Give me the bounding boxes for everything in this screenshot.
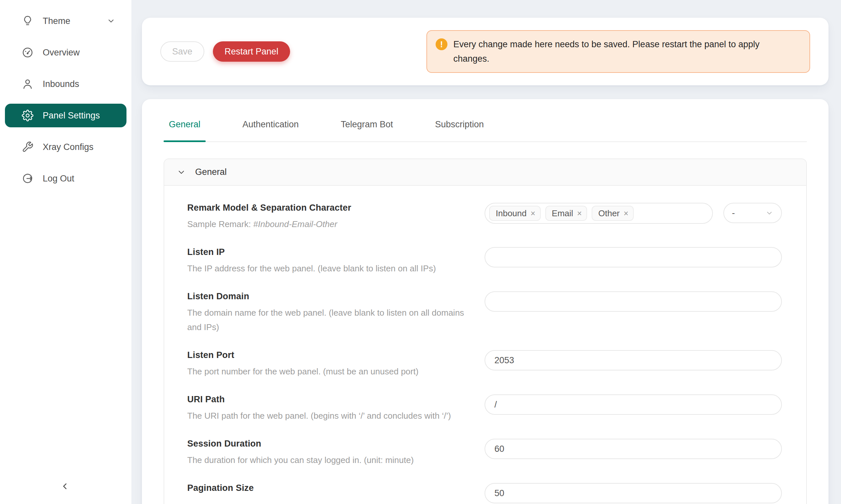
- tab-telegram-bot[interactable]: Telegram Bot: [336, 118, 398, 141]
- form-row-session-duration: Session Duration The duration for which …: [187, 439, 782, 467]
- sidebar-item-label: Panel Settings: [43, 111, 100, 121]
- field-label: URI Path: [187, 394, 468, 404]
- sidebar-item-overview[interactable]: Overview: [5, 41, 126, 64]
- tab-authentication[interactable]: Authentication: [237, 118, 304, 141]
- sidebar-item-label: Inbounds: [43, 79, 79, 89]
- field-label: Listen Domain: [187, 291, 468, 302]
- uri-path-input[interactable]: [484, 394, 782, 415]
- field-description: The port number for the web panel. (must…: [187, 364, 468, 379]
- collapse-body: Remark Model & Separation Character Samp…: [164, 186, 806, 504]
- wrench-icon: [22, 141, 34, 153]
- collapse-title: General: [195, 167, 227, 177]
- listen-ip-input[interactable]: [484, 247, 782, 267]
- warning-icon: !: [435, 38, 447, 50]
- tab-general[interactable]: General: [164, 118, 206, 141]
- alert-message: Every change made here needs to be saved…: [453, 37, 787, 66]
- field-label: Listen IP: [187, 247, 468, 257]
- field-description: The URI path for the web panel. (begins …: [187, 409, 468, 423]
- chevron-left-icon: [60, 481, 70, 492]
- sidebar-item-label: Xray Configs: [43, 142, 93, 152]
- form-row-listen-port: Listen Port The port number for the web …: [187, 350, 782, 379]
- field-description: Sample Remark: #Inbound-Email-Other: [187, 217, 468, 231]
- field-label: Listen Port: [187, 350, 468, 360]
- general-collapse-panel: General Remark Model & Separation Charac…: [164, 159, 807, 504]
- field-label: Pagination Size: [187, 483, 468, 493]
- remark-tags-input[interactable]: Inbound × Email × Other: [484, 203, 713, 224]
- sidebar-item-xray-configs[interactable]: Xray Configs: [5, 135, 126, 159]
- tag-other: Other ×: [591, 206, 634, 221]
- field-description: The domain name for the web panel. (leav…: [187, 305, 468, 335]
- gear-icon: [22, 110, 34, 121]
- sidebar-item-label: Log Out: [43, 174, 74, 184]
- field-description: The duration for which you can stay logg…: [187, 453, 468, 467]
- field-description: The IP address for the web panel. (leave…: [187, 261, 468, 276]
- logout-icon: [22, 173, 34, 184]
- separator-select[interactable]: -: [723, 203, 782, 223]
- sidebar-collapse-button[interactable]: [54, 476, 75, 498]
- app-root: Theme Overview: [0, 0, 841, 504]
- chevron-down-icon: [766, 209, 773, 217]
- chevron-down-icon: [107, 17, 115, 25]
- collapse-header[interactable]: General: [164, 159, 806, 186]
- main-content: Save Restart Panel ! Every change made h…: [132, 0, 841, 504]
- sidebar-item-logout[interactable]: Log Out: [5, 167, 126, 190]
- tab-subscription[interactable]: Subscription: [430, 118, 489, 141]
- form-row-listen-ip: Listen IP The IP address for the web pan…: [187, 247, 782, 276]
- tabs: General Authentication Telegram Bot Subs…: [164, 118, 807, 142]
- listen-port-input[interactable]: [484, 350, 782, 371]
- tag-label: Email: [552, 209, 573, 218]
- field-label: Remark Model & Separation Character: [187, 203, 468, 213]
- tag-label: Other: [598, 209, 620, 218]
- save-button[interactable]: Save: [160, 41, 204, 62]
- tag-remove-icon[interactable]: ×: [623, 209, 629, 218]
- pagination-size-input[interactable]: [484, 483, 782, 503]
- lightbulb-icon: [22, 15, 34, 27]
- session-duration-input[interactable]: [484, 439, 782, 459]
- select-value: -: [732, 208, 735, 218]
- listen-domain-input[interactable]: [484, 291, 782, 312]
- field-label: Session Duration: [187, 439, 468, 449]
- settings-card: General Authentication Telegram Bot Subs…: [142, 99, 828, 504]
- sidebar-item-theme[interactable]: Theme: [5, 9, 126, 33]
- form-row-remark: Remark Model & Separation Character Samp…: [187, 203, 782, 231]
- sidebar-item-label: Theme: [43, 16, 70, 26]
- sidebar-item-label: Overview: [43, 48, 80, 58]
- sample-remark-value: #Inbound-Email-Other: [253, 219, 337, 229]
- gauge-icon: [22, 47, 34, 58]
- form-row-uri-path: URI Path The URI path for the web panel.…: [187, 394, 782, 423]
- tag-label: Inbound: [496, 209, 527, 218]
- form-row-listen-domain: Listen Domain The domain name for the we…: [187, 291, 782, 335]
- warning-alert: ! Every change made here needs to be sav…: [426, 30, 810, 73]
- sidebar-item-panel-settings[interactable]: Panel Settings: [5, 104, 126, 127]
- sidebar-item-inbounds[interactable]: Inbounds: [5, 72, 126, 96]
- tag-email: Email ×: [545, 206, 587, 221]
- sidebar: Theme Overview: [0, 0, 132, 504]
- tag-remove-icon[interactable]: ×: [531, 209, 535, 218]
- chevron-down-icon: [177, 168, 185, 176]
- tag-inbound: Inbound ×: [489, 206, 541, 221]
- restart-panel-button[interactable]: Restart Panel: [213, 41, 290, 62]
- toolbar-card: Save Restart Panel ! Every change made h…: [142, 18, 828, 85]
- form-row-pagination-size: Pagination Size: [187, 483, 782, 503]
- tag-remove-icon[interactable]: ×: [577, 209, 582, 218]
- user-icon: [22, 78, 34, 90]
- sample-remark-prefix: Sample Remark:: [187, 219, 253, 229]
